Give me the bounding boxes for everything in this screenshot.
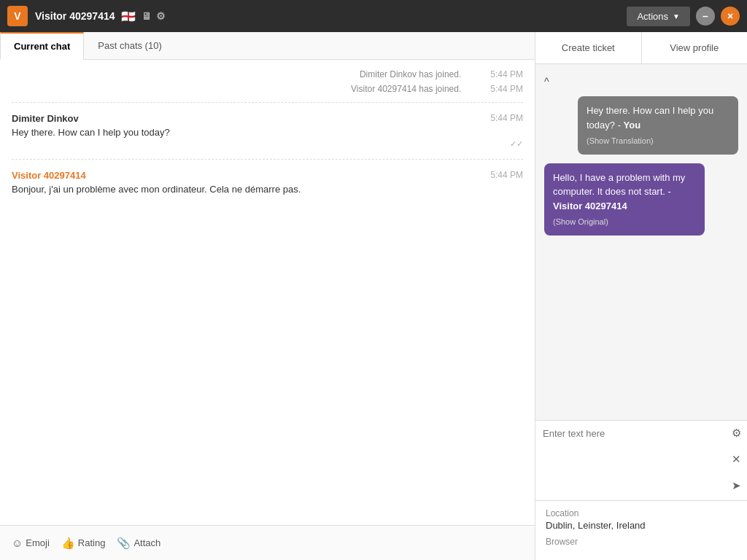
agent-msg-body: Hey there. How can I help you today? bbox=[12, 127, 523, 138]
location-section: Location Dublin, Leinster, Ireland bbox=[546, 508, 737, 531]
emoji-button[interactable]: ☺ Emoji bbox=[12, 537, 50, 549]
collapse-button[interactable]: ^ bbox=[544, 76, 549, 88]
titlebar-title: Visitor 40297414 🏴󠁧󠁢󠁥󠁮󠁧󠁿 🖥 ⚙ bbox=[35, 9, 627, 23]
bubble-area: ^ Hey there. How can I help you today? -… bbox=[535, 64, 747, 420]
agent-msg-time: 5:44 PM bbox=[490, 113, 523, 124]
tab-current-chat[interactable]: Current chat bbox=[0, 32, 84, 60]
system-message-2: Visitor 40297414 has joined. 5:44 PM bbox=[0, 82, 535, 96]
input-send-button[interactable]: ➤ bbox=[732, 479, 741, 492]
browser-section: Browser bbox=[546, 537, 737, 547]
titlebar-icons: 🖥 ⚙ bbox=[142, 10, 166, 22]
minimize-button[interactable]: – bbox=[696, 7, 715, 26]
rating-icon: 👍 bbox=[61, 537, 75, 550]
divider-2 bbox=[12, 159, 523, 160]
info-panel: Location Dublin, Leinster, Ireland Brows… bbox=[535, 500, 747, 560]
chat-area: Dimiter Dinkov has joined. 5:44 PM Visit… bbox=[0, 60, 535, 525]
visitor-name-msg: Visitor 40297414 bbox=[12, 170, 86, 181]
app-logo: V bbox=[7, 6, 28, 26]
attach-icon: 📎 bbox=[117, 537, 131, 550]
monitor-icon: 🖥 bbox=[142, 10, 152, 22]
message-input[interactable] bbox=[535, 421, 747, 500]
action-row: Create ticket View profile bbox=[535, 32, 747, 64]
settings-icon: ⚙ bbox=[156, 10, 166, 22]
show-translation-link[interactable]: (Show Translation) bbox=[587, 135, 729, 147]
right-panel: Create ticket View profile ^ Hey there. … bbox=[535, 32, 747, 560]
visitor-msg-body: Bonjour, j'ai un problème avec mon ordin… bbox=[12, 184, 523, 195]
location-label: Location bbox=[546, 508, 737, 518]
visitor-msg-time: 5:44 PM bbox=[490, 170, 523, 181]
flag-icon: 🏴󠁧󠁢󠁥󠁮󠁧󠁿 bbox=[121, 9, 136, 23]
rating-button[interactable]: 👍 Rating bbox=[61, 537, 106, 550]
agent-bubble: Hey there. How can I help you today? - Y… bbox=[578, 96, 738, 155]
main-content: Current chat Past chats (10) Dimiter Din… bbox=[0, 32, 747, 560]
input-icons: ⚙ ✕ ➤ bbox=[732, 427, 741, 492]
view-profile-button[interactable]: View profile bbox=[642, 32, 748, 63]
left-panel: Current chat Past chats (10) Dimiter Din… bbox=[0, 32, 535, 560]
titlebar: V Visitor 40297414 🏴󠁧󠁢󠁥󠁮󠁧󠁿 🖥 ⚙ Actions ▼… bbox=[0, 0, 747, 32]
agent-msg-status: ✓✓ bbox=[12, 139, 523, 149]
visitor-name: Visitor 40297414 bbox=[35, 10, 115, 22]
actions-arrow-icon: ▼ bbox=[673, 12, 680, 20]
chat-message-agent: Dimiter Dinkov 5:44 PM Hey there. How ca… bbox=[0, 109, 535, 153]
emoji-icon: ☺ bbox=[12, 537, 23, 549]
attach-button[interactable]: 📎 Attach bbox=[117, 537, 160, 550]
create-ticket-button[interactable]: Create ticket bbox=[535, 32, 642, 63]
chat-message-visitor: Visitor 40297414 5:44 PM Bonjour, j'ai u… bbox=[0, 166, 535, 199]
location-value: Dublin, Leinster, Ireland bbox=[546, 520, 737, 531]
input-clear-button[interactable]: ✕ bbox=[732, 453, 741, 466]
browser-label: Browser bbox=[546, 537, 737, 547]
close-button[interactable]: × bbox=[721, 7, 740, 26]
input-settings-button[interactable]: ⚙ bbox=[732, 427, 741, 440]
visitor-bubble: Hello, I have a problem with my computer… bbox=[544, 163, 705, 236]
tabs: Current chat Past chats (10) bbox=[0, 32, 535, 60]
agent-name: Dimiter Dinkov bbox=[12, 113, 79, 124]
system-message-1: Dimiter Dinkov has joined. 5:44 PM bbox=[0, 67, 535, 82]
actions-button[interactable]: Actions ▼ bbox=[627, 7, 690, 26]
show-original-link[interactable]: (Show Original) bbox=[553, 216, 696, 228]
titlebar-controls: Actions ▼ – × bbox=[627, 7, 740, 26]
text-input-area: ⚙ ✕ ➤ bbox=[535, 420, 747, 500]
chat-toolbar: ☺ Emoji 👍 Rating 📎 Attach bbox=[0, 525, 535, 560]
tab-past-chats[interactable]: Past chats (10) bbox=[84, 32, 175, 60]
divider-1 bbox=[12, 102, 523, 103]
